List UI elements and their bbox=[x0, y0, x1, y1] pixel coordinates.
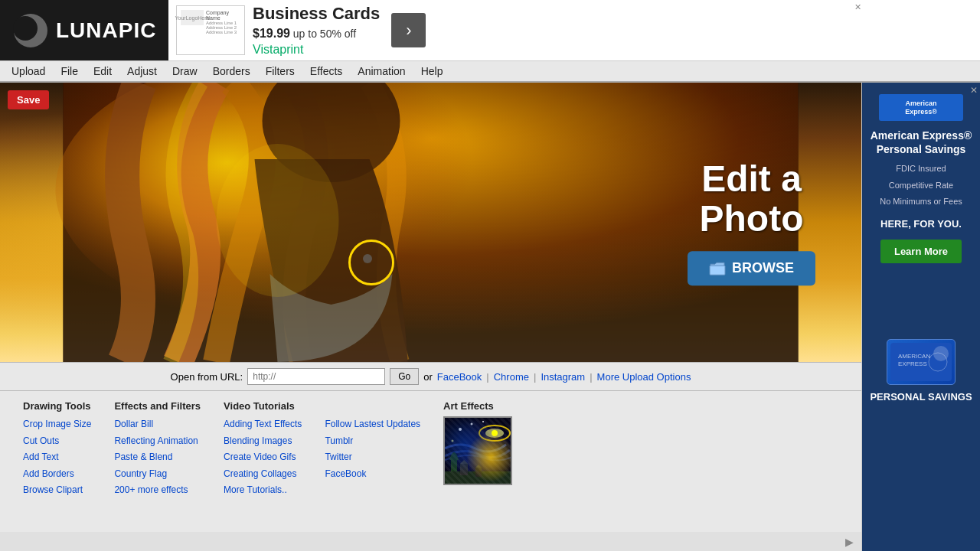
footer-link-twitter[interactable]: Twitter bbox=[325, 449, 420, 466]
art-effects-heading: Art Effects bbox=[443, 400, 494, 412]
art-effects-thumbnail[interactable] bbox=[443, 416, 512, 485]
footer-link-addborders[interactable]: Add Borders bbox=[23, 466, 91, 483]
ad-address: Address Line 1Address Line 2Address Line… bbox=[206, 21, 240, 34]
learn-more-button[interactable]: Learn More bbox=[880, 240, 962, 263]
ad-next-button[interactable]: › bbox=[391, 13, 426, 47]
nav-help[interactable]: Help bbox=[413, 62, 451, 80]
folder-icon bbox=[709, 262, 726, 276]
nav-edit[interactable]: Edit bbox=[86, 62, 119, 80]
footer-link-moreeffects[interactable]: 200+ more effects bbox=[114, 482, 201, 499]
svg-rect-19 bbox=[475, 468, 482, 477]
nav-animation[interactable]: Animation bbox=[350, 62, 413, 80]
url-chrome-link[interactable]: Chrome bbox=[494, 371, 529, 383]
svg-point-12 bbox=[459, 428, 462, 431]
url-bar: Open from URL: Go or FaceBook | Chrome |… bbox=[0, 362, 861, 391]
footer-col-social: Follow Lastest Updates Tumblr Twitter Fa… bbox=[325, 400, 420, 523]
url-label: Open from URL: bbox=[171, 371, 243, 383]
footer-link-dollarbill[interactable]: Dollar Bill bbox=[114, 416, 201, 433]
footer-col-tutorials: Video Tutorials Adding Text Effects Blen… bbox=[224, 400, 302, 523]
footer-link-facebook[interactable]: FaceBook bbox=[325, 466, 420, 483]
svg-point-15 bbox=[482, 421, 484, 422]
url-input[interactable] bbox=[247, 368, 385, 385]
url-facebook-link[interactable]: FaceBook bbox=[437, 371, 482, 383]
hero-title: Edit a Photo bbox=[688, 159, 815, 240]
nav-upload[interactable]: Upload bbox=[4, 62, 53, 80]
footer-link-addingtext[interactable]: Adding Text Effects bbox=[224, 416, 302, 433]
footer-col-drawing-tools: Drawing Tools Crop Image Size Cut Outs A… bbox=[23, 400, 91, 523]
ad-card-preview: Your Logo Here Company Name Address Line… bbox=[176, 5, 245, 55]
center-content: Save Edit a Photo BROWSE bbox=[0, 83, 861, 551]
site-logo[interactable]: LUNAPIC bbox=[56, 18, 156, 43]
url-separator-2: | bbox=[534, 371, 536, 383]
url-or-text: or bbox=[423, 371, 433, 383]
svg-marker-18 bbox=[460, 460, 468, 464]
hero-section: Save Edit a Photo BROWSE bbox=[0, 83, 861, 362]
svg-point-13 bbox=[471, 423, 473, 425]
ad-text-area: Business Cards $19.99 up to 50% off Vist… bbox=[253, 4, 380, 56]
right-ad-amex2: AMERICAN EXPRESS PERSONAL SAVINGS bbox=[862, 328, 980, 551]
hero-text-area: Edit a Photo BROWSE bbox=[688, 159, 815, 286]
nav-file[interactable]: File bbox=[53, 62, 86, 80]
svg-marker-20 bbox=[475, 465, 482, 468]
right-ad2-label: PERSONAL SAVINGS bbox=[870, 391, 972, 403]
moon-icon bbox=[11, 11, 50, 50]
url-more-upload-link[interactable]: More Upload Options bbox=[597, 371, 691, 383]
ad-logo-placeholder: Your Logo Here bbox=[181, 10, 204, 25]
url-separator-3: | bbox=[590, 371, 592, 383]
footer-link-videogifs[interactable]: Create Video Gifs bbox=[224, 449, 302, 466]
footer-col2-heading: Effects and Filters bbox=[114, 400, 201, 412]
svg-point-1 bbox=[13, 16, 38, 41]
footer-col3-heading: Video Tutorials bbox=[224, 400, 302, 412]
nav-borders[interactable]: Borders bbox=[205, 62, 258, 80]
url-instagram-link[interactable]: Instagram bbox=[541, 371, 585, 383]
svg-rect-16 bbox=[445, 471, 512, 485]
amex-card-image: AMERICAN EXPRESS bbox=[887, 339, 956, 385]
footer-link-blending[interactable]: Blending Images bbox=[224, 433, 302, 450]
logo-area: LUNAPIC bbox=[0, 0, 168, 60]
footer-link-tumblr[interactable]: Tumblr bbox=[325, 433, 420, 450]
footer-link-reflecting[interactable]: Reflecting Animation bbox=[114, 433, 201, 450]
ad-close-button[interactable]: ✕ bbox=[854, 2, 861, 12]
ad-brand[interactable]: Vistaprint bbox=[253, 43, 380, 57]
svg-point-9 bbox=[479, 425, 510, 441]
right-ad-feature3: No Minimums or Fees bbox=[880, 195, 962, 208]
svg-rect-17 bbox=[460, 464, 468, 475]
footer-link-addtext[interactable]: Add Text bbox=[23, 449, 91, 466]
svg-point-10 bbox=[485, 429, 504, 438]
footer-link-moretutorials[interactable]: More Tutorials.. bbox=[224, 482, 302, 499]
svg-point-6 bbox=[217, 144, 339, 297]
credit-card-icon: AMERICAN EXPRESS bbox=[890, 343, 952, 381]
footer-link-cutouts[interactable]: Cut Outs bbox=[23, 433, 91, 450]
bottom-ad-bar: ▶ bbox=[0, 532, 861, 551]
amex-logo: AmericanExpress® bbox=[879, 94, 963, 121]
ad-indicator-icon: ▶ bbox=[845, 536, 854, 548]
footer-link-crop[interactable]: Crop Image Size bbox=[23, 416, 91, 433]
nav-effects[interactable]: Effects bbox=[302, 62, 351, 80]
starry-night-image bbox=[445, 418, 512, 485]
url-separator-1: | bbox=[486, 371, 488, 383]
save-button[interactable]: Save bbox=[8, 90, 49, 109]
right-ad-feature2: Competitive Rate bbox=[889, 179, 953, 192]
url-go-button[interactable]: Go bbox=[390, 368, 419, 385]
svg-point-11 bbox=[492, 430, 498, 436]
ad-price: $19.99 up to 50% off bbox=[253, 27, 380, 41]
svg-text:EXPRESS: EXPRESS bbox=[898, 360, 927, 367]
nav-draw[interactable]: Draw bbox=[165, 62, 205, 80]
top-banner: LUNAPIC Your Logo Here Company Name Addr… bbox=[0, 0, 980, 61]
main-content: Save Edit a Photo BROWSE bbox=[0, 83, 980, 551]
svg-rect-7 bbox=[710, 266, 725, 275]
browse-button[interactable]: BROWSE bbox=[688, 251, 815, 285]
ad-company-name: Company Name bbox=[206, 10, 240, 21]
right-ad-close-button[interactable]: ✕ bbox=[970, 85, 978, 96]
footer-link-countryflag[interactable]: Country Flag bbox=[114, 466, 201, 483]
right-ad-amex: ✕ AmericanExpress® American Express® Per… bbox=[862, 83, 980, 328]
footer-col4-spacer bbox=[325, 400, 420, 412]
right-ad-title: American Express® Personal Savings bbox=[871, 129, 972, 156]
footer-link-browseclipart[interactable]: Browse Clipart bbox=[23, 482, 91, 499]
footer-link-follow[interactable]: Follow Lastest Updates bbox=[325, 416, 420, 433]
footer-link-collages[interactable]: Creating Collages bbox=[224, 466, 302, 483]
nav-adjust[interactable]: Adjust bbox=[119, 62, 165, 80]
footer-link-pasteblend[interactable]: Paste & Blend bbox=[114, 449, 201, 466]
nav-filters[interactable]: Filters bbox=[258, 62, 302, 80]
navigation-bar: Upload File Edit Adjust Draw Borders Fil… bbox=[0, 61, 980, 83]
